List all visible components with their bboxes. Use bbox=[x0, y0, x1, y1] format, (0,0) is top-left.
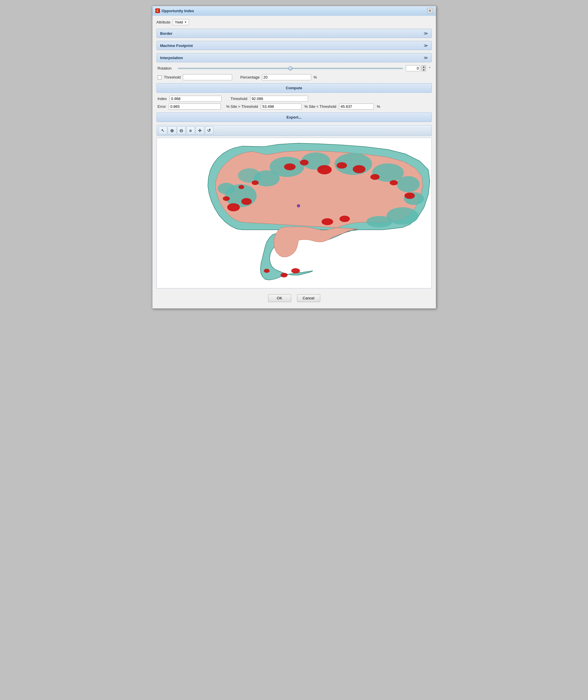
results-row-2: Error % Site > Threshold % Site < Thresh… bbox=[156, 103, 432, 110]
machine-footprint-header[interactable]: Machine Footprint ≫ bbox=[157, 41, 432, 50]
svg-point-28 bbox=[321, 218, 333, 225]
map-toolbar: ↖ ⊕ ⊖ ≡ ✛ ↺ bbox=[156, 125, 432, 136]
border-title: Border bbox=[160, 31, 173, 36]
rotation-slider-thumb[interactable] bbox=[288, 66, 292, 70]
svg-point-31 bbox=[281, 273, 287, 277]
collapse-icon-2: ≫ bbox=[424, 43, 428, 48]
map-svg bbox=[157, 138, 432, 288]
svg-point-10 bbox=[396, 176, 420, 192]
percentage-label: Percentage bbox=[240, 75, 260, 79]
svg-point-13 bbox=[366, 216, 392, 228]
percent-sign: % bbox=[314, 75, 317, 79]
pan-tool[interactable]: ✛ bbox=[196, 126, 204, 134]
pointer-icon: ↖ bbox=[161, 128, 165, 133]
site-lt-unit: % bbox=[377, 104, 380, 109]
svg-point-14 bbox=[238, 168, 261, 183]
site-lt-value bbox=[339, 103, 374, 110]
attribute-value: Yield bbox=[175, 20, 183, 24]
machine-footprint-title: Machine Footprint bbox=[160, 43, 193, 48]
threshold-input[interactable] bbox=[183, 74, 232, 80]
window-title: Opportunity Index bbox=[162, 9, 194, 13]
error-label: Error bbox=[158, 104, 166, 109]
title-bar: C Opportunity Index ✕ bbox=[152, 6, 436, 16]
border-section: Border ≫ bbox=[156, 29, 432, 38]
zoom-in-tool[interactable]: ⊕ bbox=[168, 126, 176, 134]
svg-point-17 bbox=[223, 196, 230, 201]
window-icon: C bbox=[155, 8, 160, 13]
rotation-spin-buttons: ▲ ▼ bbox=[421, 65, 426, 71]
collapse-icon: ≫ bbox=[424, 31, 428, 36]
index-label: Index bbox=[158, 97, 167, 101]
info-icon: ≡ bbox=[189, 128, 192, 133]
threshold-result-label: Threshold bbox=[230, 97, 247, 101]
rotation-row: Rotation ▲ ▼ ° bbox=[156, 65, 432, 71]
interpolation-title: Interpolation bbox=[160, 56, 183, 60]
error-value bbox=[169, 103, 221, 110]
refresh-tool[interactable]: ↺ bbox=[205, 126, 214, 134]
zoom-out-icon: ⊖ bbox=[179, 128, 183, 133]
threshold-result-value bbox=[250, 96, 308, 102]
site-gt-value bbox=[261, 103, 301, 110]
info-tool[interactable]: ≡ bbox=[186, 126, 195, 134]
svg-point-6 bbox=[218, 183, 235, 194]
map-view[interactable] bbox=[156, 138, 432, 288]
svg-point-24 bbox=[389, 180, 398, 185]
dialog-buttons: OK Cancel bbox=[156, 291, 432, 305]
svg-point-22 bbox=[353, 165, 365, 173]
close-button[interactable]: ✕ bbox=[427, 8, 433, 14]
title-bar-left: C Opportunity Index bbox=[155, 8, 194, 13]
threshold-row: Threshold Percentage % bbox=[156, 74, 432, 80]
svg-point-26 bbox=[252, 180, 258, 185]
svg-point-30 bbox=[291, 268, 300, 273]
opportunity-index-window: C Opportunity Index ✕ Attribute Yield ▼ … bbox=[152, 6, 436, 309]
rotation-spin-group: ▲ ▼ bbox=[406, 65, 426, 71]
rotation-slider-track bbox=[178, 68, 403, 69]
rotation-spin-up[interactable]: ▲ bbox=[421, 65, 426, 68]
rotation-input[interactable] bbox=[406, 65, 420, 71]
rotation-label: Rotation bbox=[158, 66, 175, 70]
rotation-spin-down[interactable]: ▼ bbox=[421, 68, 426, 71]
window-content: Attribute Yield ▼ Border ≫ Machine Footp… bbox=[152, 16, 436, 308]
index-value bbox=[170, 96, 222, 102]
threshold-label: Threshold bbox=[164, 75, 181, 79]
chevron-down-icon: ▼ bbox=[184, 21, 187, 24]
svg-point-27 bbox=[238, 185, 244, 189]
attribute-label: Attribute bbox=[156, 20, 170, 24]
rotation-slider-container bbox=[178, 66, 403, 71]
cancel-button[interactable]: Cancel bbox=[297, 294, 320, 302]
collapse-icon-3: ≫ bbox=[424, 55, 428, 60]
border-header[interactable]: Border ≫ bbox=[157, 29, 432, 38]
svg-point-19 bbox=[300, 160, 308, 166]
results-row-1: Index Threshold bbox=[156, 96, 432, 102]
degree-label: ° bbox=[429, 66, 430, 70]
refresh-icon: ↺ bbox=[207, 128, 211, 133]
compute-button[interactable]: Compute bbox=[156, 83, 432, 93]
svg-point-25 bbox=[404, 192, 415, 199]
attribute-dropdown[interactable]: Yield ▼ bbox=[173, 19, 189, 25]
machine-footprint-section: Machine Footprint ≫ bbox=[156, 41, 432, 50]
site-gt-label: % Site > Threshold bbox=[226, 104, 258, 109]
pointer-tool[interactable]: ↖ bbox=[159, 126, 167, 134]
site-lt-label: % Site < Threshold bbox=[304, 104, 336, 109]
svg-point-20 bbox=[317, 165, 332, 174]
interpolation-section: Interpolation ≫ bbox=[156, 53, 432, 62]
zoom-out-tool[interactable]: ⊖ bbox=[177, 126, 186, 134]
pan-icon: ✛ bbox=[198, 128, 202, 133]
ok-button[interactable]: OK bbox=[268, 294, 291, 302]
svg-point-23 bbox=[370, 174, 379, 180]
threshold-checkbox[interactable] bbox=[158, 75, 162, 79]
svg-point-21 bbox=[336, 162, 347, 169]
attribute-row: Attribute Yield ▼ bbox=[156, 19, 432, 25]
export-button[interactable]: Export... bbox=[156, 112, 432, 122]
zoom-in-icon: ⊕ bbox=[170, 128, 174, 133]
interpolation-header[interactable]: Interpolation ≫ bbox=[157, 53, 432, 62]
svg-point-32 bbox=[264, 269, 270, 273]
percentage-input[interactable] bbox=[262, 74, 311, 80]
svg-point-46 bbox=[297, 204, 300, 207]
